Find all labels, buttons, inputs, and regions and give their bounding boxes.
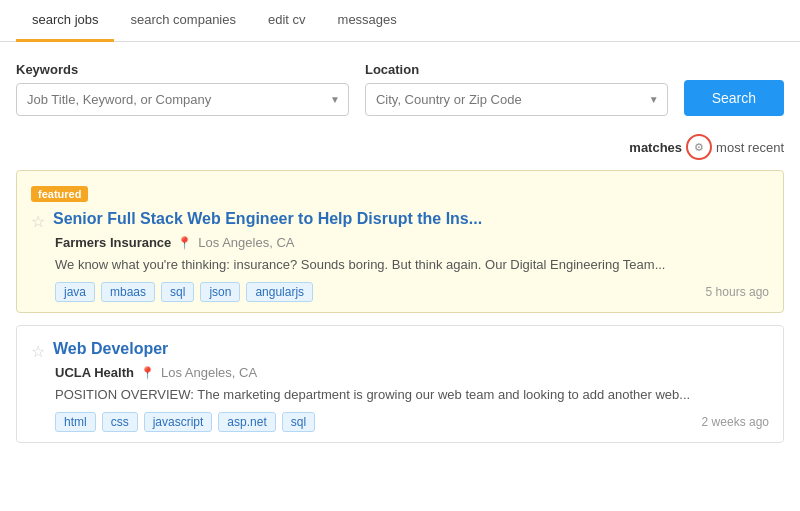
keywords-group: Keywords ▼ [16,62,349,116]
gear-icon: ⚙ [694,141,704,154]
job-tag[interactable]: html [55,412,96,432]
most-recent-sort-label[interactable]: most recent [716,140,784,155]
job-tag[interactable]: sql [161,282,194,302]
job-tag[interactable]: css [102,412,138,432]
job-meta: UCLA Health 📍 Los Angeles, CA [55,365,769,380]
job-tag[interactable]: sql [282,412,315,432]
job-tag[interactable]: json [200,282,240,302]
job-meta: Farmers Insurance 📍 Los Angeles, CA [55,235,769,250]
job-title-row: ☆ Senior Full Stack Web Engineer to Help… [31,210,769,231]
job-title-link[interactable]: Senior Full Stack Web Engineer to Help D… [53,210,482,228]
sort-gear-circle[interactable]: ⚙ [686,134,712,160]
tags-row: javambaassqljsonangularjs5 hours ago [55,282,769,302]
location-input[interactable] [366,84,667,115]
job-description: POSITION OVERVIEW: The marketing departm… [55,386,769,404]
keywords-input-wrap[interactable]: ▼ [16,83,349,116]
star-icon[interactable]: ☆ [31,212,45,231]
tab-messages[interactable]: messages [322,0,413,42]
search-button[interactable]: Search [684,80,784,116]
job-tag[interactable]: angularjs [246,282,313,302]
job-age: 5 hours ago [706,285,769,299]
company-name: UCLA Health [55,365,134,380]
matches-sort-label[interactable]: matches [629,140,682,155]
job-location: Los Angeles, CA [198,235,294,250]
company-name: Farmers Insurance [55,235,171,250]
job-location: Los Angeles, CA [161,365,257,380]
job-age: 2 weeks ago [702,415,769,429]
job-tag[interactable]: java [55,282,95,302]
location-pin-icon: 📍 [177,236,192,250]
tags-row: htmlcssjavascriptasp.netsql2 weeks ago [55,412,769,432]
tab-search-jobs[interactable]: search jobs [16,0,114,42]
job-description: We know what you're thinking: insurance?… [55,256,769,274]
job-title-link[interactable]: Web Developer [53,340,168,358]
location-input-wrap[interactable]: ▼ [365,83,668,116]
job-title-row: ☆ Web Developer [31,340,769,361]
job-tag[interactable]: mbaas [101,282,155,302]
job-card-0: featured ☆ Senior Full Stack Web Enginee… [16,170,784,313]
location-group: Location ▼ [365,62,668,116]
sort-bar: matches ⚙ most recent [0,128,800,170]
job-list: featured ☆ Senior Full Stack Web Enginee… [0,170,800,443]
star-icon[interactable]: ☆ [31,342,45,361]
job-card-1: ☆ Web Developer UCLA Health 📍 Los Angele… [16,325,784,443]
keywords-input[interactable] [17,84,348,115]
job-tag[interactable]: javascript [144,412,213,432]
keywords-label: Keywords [16,62,349,77]
job-tag[interactable]: asp.net [218,412,275,432]
tab-search-companies[interactable]: search companies [114,0,252,42]
featured-badge: featured [31,185,769,210]
location-label: Location [365,62,668,77]
tab-bar: search jobssearch companiesedit cvmessag… [0,0,800,42]
tab-edit-cv[interactable]: edit cv [252,0,322,42]
location-pin-icon: 📍 [140,366,155,380]
search-form: Keywords ▼ Location ▼ Search [0,42,800,128]
